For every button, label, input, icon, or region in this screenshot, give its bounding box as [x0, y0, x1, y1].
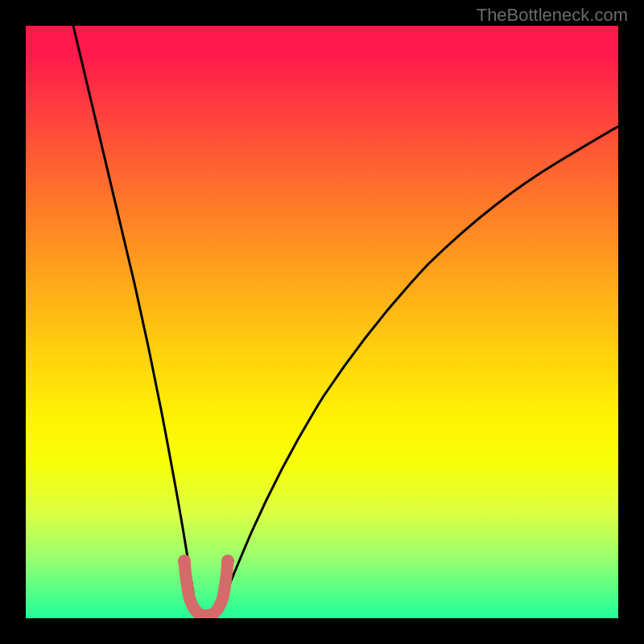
curve-left-branch	[73, 26, 197, 616]
plot-area	[26, 26, 618, 618]
valley-marker-dot-right	[221, 555, 234, 568]
valley-marker-curve	[184, 561, 228, 616]
curve-right-branch	[217, 126, 618, 616]
valley-marker-dot-left	[178, 555, 191, 568]
chart-frame	[0, 0, 644, 644]
curve-layer	[26, 26, 618, 618]
watermark-text: TheBottleneck.com	[477, 5, 628, 26]
